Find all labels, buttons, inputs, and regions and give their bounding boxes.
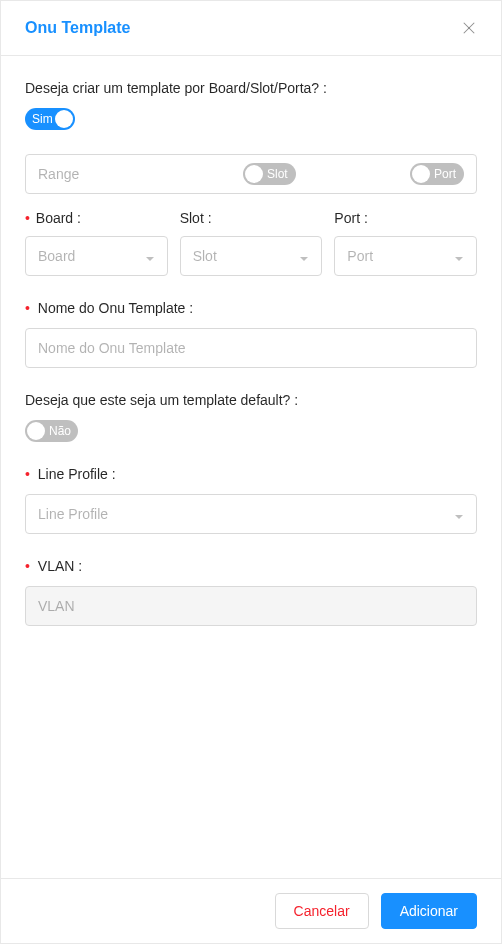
default-template-group: Deseja que este seja um template default…	[25, 392, 477, 442]
chevron-down-icon	[454, 251, 464, 261]
slot-switch[interactable]: Slot	[243, 163, 296, 185]
slot-label: Slot :	[180, 210, 323, 226]
port-switch-text: Port	[434, 167, 456, 181]
switch-handle	[245, 165, 263, 183]
switch-handle	[412, 165, 430, 183]
slot-switch-text: Slot	[267, 167, 288, 181]
default-template-label: Deseja que este seja um template default…	[25, 392, 477, 408]
board-label: Board :	[25, 210, 168, 226]
switch-handle	[27, 422, 45, 440]
board-slot-port-row: Board : Board Slot : Slot	[25, 210, 477, 276]
default-template-switch[interactable]: Não	[25, 420, 78, 442]
create-by-bsp-label: Deseja criar um template por Board/Slot/…	[25, 80, 477, 96]
board-select[interactable]: Board	[25, 236, 168, 276]
port-switch[interactable]: Port	[410, 163, 464, 185]
port-select[interactable]: Port	[334, 236, 477, 276]
board-placeholder: Board	[38, 248, 75, 264]
slot-select[interactable]: Slot	[180, 236, 323, 276]
port-label: Port :	[334, 210, 477, 226]
chevron-down-icon	[454, 509, 464, 519]
template-name-label: Nome do Onu Template :	[25, 300, 477, 316]
line-profile-label: Line Profile :	[25, 466, 477, 482]
close-icon[interactable]	[461, 20, 477, 36]
slot-col: Slot : Slot	[180, 210, 323, 276]
cancel-button[interactable]: Cancelar	[275, 893, 369, 929]
line-profile-select[interactable]: Line Profile	[25, 494, 477, 534]
create-by-bsp-switch[interactable]: Sim	[25, 108, 75, 130]
switch-handle	[55, 110, 73, 128]
modal-header: Onu Template	[1, 1, 501, 56]
modal-footer: Cancelar Adicionar	[1, 878, 501, 943]
vlan-input	[25, 586, 477, 626]
vlan-group: VLAN :	[25, 558, 477, 626]
line-profile-group: Line Profile : Line Profile	[25, 466, 477, 534]
port-col: Port : Port	[334, 210, 477, 276]
chevron-down-icon	[145, 251, 155, 261]
add-button[interactable]: Adicionar	[381, 893, 477, 929]
vlan-label: VLAN :	[25, 558, 477, 574]
port-placeholder: Port	[347, 248, 373, 264]
create-by-bsp-group: Deseja criar um template por Board/Slot/…	[25, 80, 477, 276]
switch-on-text: Sim	[32, 112, 53, 126]
switch-off-text: Não	[49, 424, 71, 438]
template-name-input[interactable]	[25, 328, 477, 368]
board-col: Board : Board	[25, 210, 168, 276]
modal-body: Deseja criar um template por Board/Slot/…	[1, 56, 501, 878]
range-row: Slot Port	[25, 154, 477, 194]
template-name-group: Nome do Onu Template :	[25, 300, 477, 368]
modal-title: Onu Template	[25, 17, 131, 39]
line-profile-placeholder: Line Profile	[38, 506, 108, 522]
onu-template-modal: Onu Template Deseja criar um template po…	[0, 0, 502, 944]
slot-placeholder: Slot	[193, 248, 217, 264]
chevron-down-icon	[299, 251, 309, 261]
range-input[interactable]	[38, 166, 213, 182]
